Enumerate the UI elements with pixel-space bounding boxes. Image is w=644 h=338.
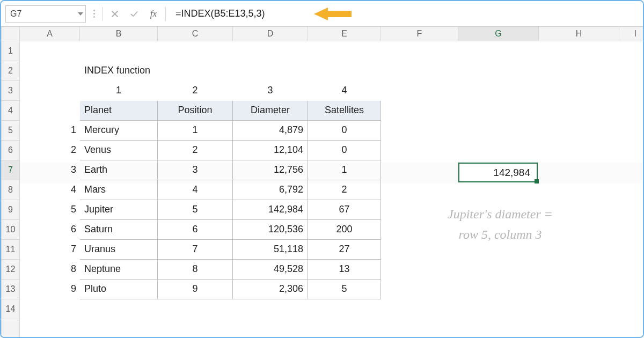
- cell-D12[interactable]: 49,528: [233, 259, 308, 279]
- cell-C14[interactable]: [158, 299, 233, 319]
- cell-C5[interactable]: 1: [158, 120, 233, 140]
- cell-H2[interactable]: [539, 61, 619, 80]
- cell-I4[interactable]: [619, 100, 645, 120]
- enter-button[interactable]: [127, 6, 142, 21]
- cell-I9[interactable]: [619, 200, 645, 219]
- cell-A8[interactable]: 4: [20, 180, 80, 200]
- cell-H13[interactable]: [539, 279, 619, 299]
- cell-B2[interactable]: INDEX function: [80, 61, 308, 80]
- cell-C4[interactable]: Position: [158, 100, 233, 120]
- cell-E1[interactable]: [308, 41, 381, 61]
- cell-E15[interactable]: [308, 319, 381, 338]
- cell-E9[interactable]: 67: [308, 200, 381, 219]
- cell-G12[interactable]: [458, 259, 539, 279]
- cell-I6[interactable]: [619, 140, 645, 160]
- cell-E3[interactable]: 4: [308, 80, 381, 100]
- cell-I11[interactable]: [619, 239, 645, 259]
- cell-I5[interactable]: [619, 120, 645, 140]
- cell-I1[interactable]: [619, 41, 645, 61]
- cell-I15[interactable]: [619, 319, 645, 338]
- row-header-13[interactable]: 13: [2, 279, 20, 299]
- cell-F2[interactable]: [381, 61, 458, 80]
- cell-B15[interactable]: [80, 319, 158, 338]
- col-header-C[interactable]: C: [158, 27, 233, 41]
- cell-E13[interactable]: 5: [308, 279, 381, 299]
- cell-F12[interactable]: [381, 259, 458, 279]
- cell-B11[interactable]: Uranus: [80, 239, 158, 259]
- cell-I12[interactable]: [619, 259, 645, 279]
- cell-C12[interactable]: 8: [158, 259, 233, 279]
- select-all-corner[interactable]: [2, 27, 20, 41]
- cell-B6[interactable]: Venus: [80, 140, 158, 160]
- col-header-A[interactable]: A: [20, 27, 80, 41]
- row-header-7[interactable]: 7: [2, 160, 20, 180]
- cell-B7[interactable]: Earth: [80, 160, 158, 180]
- cell-C10[interactable]: 6: [158, 219, 233, 239]
- cell-H12[interactable]: [539, 259, 619, 279]
- row-header-11[interactable]: 11: [2, 239, 20, 259]
- row-header-10[interactable]: 10: [2, 219, 20, 239]
- row-header-14[interactable]: 14: [2, 299, 20, 319]
- row-header-9[interactable]: 9: [2, 200, 20, 219]
- cell-F1[interactable]: [381, 41, 458, 61]
- cell-H14[interactable]: [539, 299, 619, 319]
- cell-H6[interactable]: [539, 140, 619, 160]
- cell-C1[interactable]: [158, 41, 233, 61]
- cell-G8[interactable]: [458, 180, 539, 200]
- cell-A11[interactable]: 7: [20, 239, 80, 259]
- col-header-E[interactable]: E: [308, 27, 381, 41]
- cell-A3[interactable]: [20, 80, 80, 100]
- cell-C15[interactable]: [158, 319, 233, 338]
- row-header-1[interactable]: 1: [2, 41, 20, 61]
- row-header-5[interactable]: 5: [2, 120, 20, 140]
- cell-E10[interactable]: 200: [308, 219, 381, 239]
- col-header-B[interactable]: B: [80, 27, 158, 41]
- cell-C3[interactable]: 2: [158, 80, 233, 100]
- cell-G15[interactable]: [458, 319, 539, 338]
- cell-D11[interactable]: 51,118: [233, 239, 308, 259]
- cell-H7[interactable]: [539, 160, 619, 180]
- spreadsheet-grid[interactable]: A B C D E F G H I 1 2 INDEX function 3 1: [1, 27, 643, 338]
- cell-F14[interactable]: [381, 299, 458, 319]
- cell-A9[interactable]: 5: [20, 200, 80, 219]
- cell-C9[interactable]: 5: [158, 200, 233, 219]
- col-header-G[interactable]: G: [458, 27, 539, 41]
- formula-input[interactable]: =INDEX(B5:E13,5,3): [170, 5, 288, 23]
- cell-H4[interactable]: [539, 100, 619, 120]
- cell-C7[interactable]: 3: [158, 160, 233, 180]
- cell-D5[interactable]: 4,879: [233, 120, 308, 140]
- cell-E7[interactable]: 1: [308, 160, 381, 180]
- cell-A15[interactable]: [20, 319, 80, 338]
- cell-A10[interactable]: 6: [20, 219, 80, 239]
- insert-function-button[interactable]: fx: [146, 6, 161, 21]
- cell-E11[interactable]: 27: [308, 239, 381, 259]
- cell-B4[interactable]: Planet: [80, 100, 158, 120]
- name-box[interactable]: G7: [5, 5, 86, 23]
- cell-A1[interactable]: [20, 41, 80, 61]
- cell-E12[interactable]: 13: [308, 259, 381, 279]
- cell-F13[interactable]: [381, 279, 458, 299]
- cell-D10[interactable]: 120,536: [233, 219, 308, 239]
- cell-D9[interactable]: 142,984: [233, 200, 308, 219]
- cell-I2[interactable]: [619, 61, 645, 80]
- cell-C6[interactable]: 2: [158, 140, 233, 160]
- row-header-3[interactable]: 3: [2, 80, 20, 100]
- cell-B14[interactable]: [80, 299, 158, 319]
- cell-G5[interactable]: [458, 120, 539, 140]
- cell-F4[interactable]: [381, 100, 458, 120]
- cell-C13[interactable]: 9: [158, 279, 233, 299]
- col-header-I[interactable]: I: [619, 27, 645, 41]
- cell-D1[interactable]: [233, 41, 308, 61]
- cell-G7[interactable]: [458, 160, 539, 180]
- cell-E8[interactable]: 2: [308, 180, 381, 200]
- row-header-15[interactable]: [2, 319, 20, 338]
- cell-H15[interactable]: [539, 319, 619, 338]
- cell-A4[interactable]: [20, 100, 80, 120]
- cell-D15[interactable]: [233, 319, 308, 338]
- cell-G13[interactable]: [458, 279, 539, 299]
- row-header-4[interactable]: 4: [2, 100, 20, 120]
- cell-A7[interactable]: 3: [20, 160, 80, 180]
- cell-G6[interactable]: [458, 140, 539, 160]
- cell-F6[interactable]: [381, 140, 458, 160]
- cell-H3[interactable]: [539, 80, 619, 100]
